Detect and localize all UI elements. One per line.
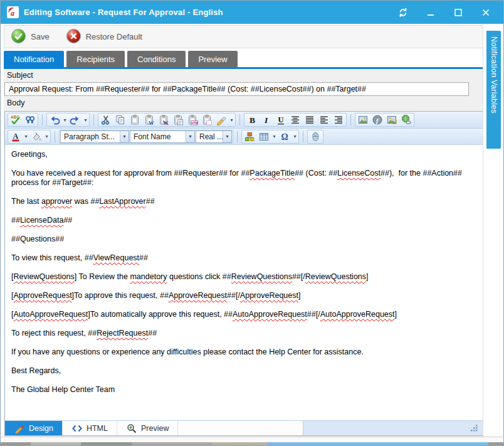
editor-toolbar-row2: A▾▾Paragraph St...▾Font Name▾Real ...▾▾Ω… [5,129,483,145]
editor-toolbar-row1: ABC▾▾WWHTML▾BIUf [5,112,483,129]
subject-label: Subject [7,71,33,80]
combo-label: Font Name [130,132,186,141]
misspelled-word: ViewRequest [93,253,139,262]
cut-icon[interactable] [99,114,113,126]
align-center-icon[interactable] [288,114,302,126]
paste-from-word-icon[interactable]: W [142,114,156,126]
fill-color-icon[interactable] [29,130,43,143]
svg-text:HTML: HTML [192,122,198,125]
format-stripper-dropdown-icon[interactable]: ▾ [229,117,234,123]
svg-text:Ω: Ω [281,132,288,142]
svg-text:I: I [264,115,268,125]
media-manager-icon[interactable] [308,130,322,143]
toolbar-group: A▾▾ [8,130,51,144]
find-icon[interactable] [23,114,37,126]
align-left-icon[interactable] [317,114,331,126]
resize-grip-icon[interactable] [468,424,479,433]
redo-dropdown-icon[interactable]: ▾ [83,117,88,123]
maximize-button[interactable] [452,6,465,19]
symbol-dropdown-icon[interactable]: ▾ [292,134,298,139]
rich-text-editor: ABC▾▾WWHTML▾BIUf A▾▾Paragraph St...▾Font… [4,111,483,436]
paragraph-style-select[interactable]: Paragraph St...▾ [60,130,129,143]
snippet-icon[interactable] [243,130,256,143]
undo-icon[interactable] [48,114,61,126]
misspelled-word: AutoApproveRequest [320,310,395,319]
restore-x-icon [66,28,81,46]
misspelled-word: ApproveRequest [240,291,298,300]
hyperlink-manager-icon[interactable] [399,114,413,126]
table-dropdown-icon[interactable]: ▾ [271,134,277,139]
body-paragraph: The last approver was ##LastApprover## [11,197,476,206]
body-paragraph: The Global Help Center Team [11,385,476,395]
redo-icon[interactable] [68,114,82,126]
body-paragraph: ##Questions## [11,235,476,244]
close-button[interactable] [480,6,492,19]
italic-icon[interactable]: I [260,114,273,126]
toolbar-separator [239,114,240,125]
tab-conditions[interactable]: Conditions [127,51,186,67]
body-paragraph: If you have any questions or experience … [11,348,476,357]
editor-mode-tab-html[interactable]: HTML [63,421,117,435]
chevron-down-icon: ▾ [223,131,231,142]
save-button[interactable]: Save [11,28,50,46]
font-color-dropdown-icon[interactable]: ▾ [23,134,29,139]
paste-icon[interactable] [128,114,142,126]
editor-mode-tab-preview[interactable]: Preview [117,421,178,435]
copy-icon[interactable] [113,114,127,126]
toolbar-separator [42,114,43,125]
paste-html-icon[interactable]: HTML [186,114,199,126]
table-icon[interactable] [257,130,271,143]
format-stripper-icon[interactable] [214,114,228,126]
spellcheck-icon[interactable]: ABC [9,114,23,126]
misspelled-word: AutoApproveRequest [13,310,88,319]
svg-text:B: B [249,115,255,125]
image-map-icon[interactable] [385,114,399,126]
misspelled-word: RejectRequest [97,329,148,337]
chevron-down-icon: ▾ [186,131,194,142]
notification-variables-tab[interactable]: Notification Variables [486,31,501,149]
editor-mode-tab-design[interactable]: Design [5,421,63,435]
misspelled-word: mandetory [130,272,167,281]
tab-recipients[interactable]: Recipients [66,51,125,67]
restore-default-label: Restore Default [86,32,142,41]
fill-color-dropdown-icon[interactable]: ▾ [44,134,50,139]
underline-icon[interactable]: U [274,114,288,126]
misspelled-word: ApproveRequest [169,291,227,300]
restore-default-button[interactable]: Restore Default [66,28,142,46]
flash-manager-icon[interactable]: f [370,114,384,126]
tab-notification[interactable]: Notification [4,51,64,67]
toolbar-group: BIU [244,113,347,127]
design-icon [14,423,25,434]
undo-dropdown-icon[interactable]: ▾ [62,117,68,123]
misspelled-word: approver [41,197,72,206]
justify-icon[interactable] [303,114,317,126]
body-paragraph: [AutoApproveRequest]To automatically app… [11,310,476,319]
toolbar-separator [93,114,94,125]
image-manager-icon[interactable] [356,114,370,126]
editor-content[interactable]: Greetings,You have received a request fo… [5,145,483,420]
font-name-select[interactable]: Font Name▾ [130,130,195,143]
symbol-icon[interactable]: Ω [278,130,291,143]
titlebar: a Editing Software - Request For Approva… [1,1,503,24]
toolbar-separator [55,131,55,142]
body-paragraph: To view this request, ##ViewRequest## [11,253,476,263]
toolbar-group: ▾Ω▾ [241,130,299,144]
paste-plain-text-icon[interactable] [171,114,185,126]
misspelled-word: AutoApproveRequest [233,310,307,319]
body-paragraph: [ApproveRequest]To approve this request,… [11,291,476,300]
body-paragraph: ##LicenseData## [11,216,476,225]
toolbar-group: f [355,113,414,127]
toolbar-group: WWHTML▾ [98,113,236,127]
refresh-button[interactable] [397,6,409,19]
bold-icon[interactable]: B [245,114,259,126]
paste-from-word-strip-icon[interactable]: W [157,114,171,126]
minimize-button[interactable] [424,6,437,19]
font-size-select[interactable]: Real ...▾ [196,130,232,143]
mode-tab-label: HTML [87,424,108,433]
font-color-icon[interactable]: A [9,130,23,143]
body-paragraph: To reject this request, ##RejectRequest#… [11,329,476,338]
tab-preview[interactable]: Preview [188,51,237,67]
subject-input[interactable] [4,82,469,96]
paste-as-html-icon[interactable] [200,114,214,126]
align-right-icon[interactable] [332,114,345,126]
